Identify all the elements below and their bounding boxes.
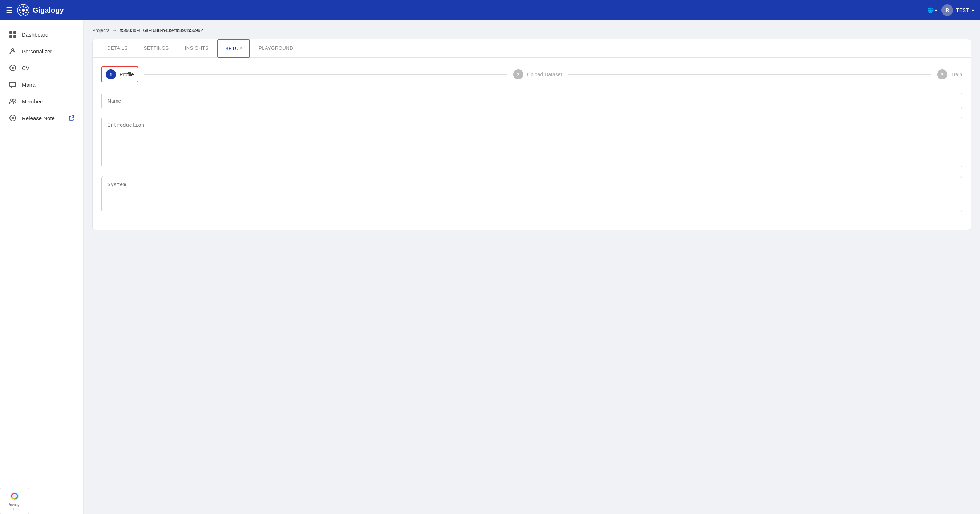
sidebar-item-dashboard[interactable]: Dashboard: [0, 26, 83, 43]
svg-point-7: [25, 12, 27, 13]
svg-point-5: [26, 10, 28, 11]
step-3-circle: 3: [937, 69, 947, 79]
svg-rect-10: [10, 31, 12, 34]
language-chevron: [935, 7, 937, 13]
privacy-footer: Privacy · Terms: [0, 488, 29, 514]
cv-icon: [9, 64, 17, 72]
recaptcha-icon: [10, 491, 20, 501]
sidebar-release-note-label: Release Note: [22, 115, 55, 121]
user-name: TEST: [956, 7, 969, 13]
logo-icon: [17, 4, 30, 17]
sidebar-personalizer-label: Personalizer: [22, 48, 52, 54]
brand-logo: Gigalogy: [17, 4, 928, 17]
steps-row: 1 Profile 2 Upload Dataset 3 Train: [101, 67, 962, 82]
step-1-label: Profile: [119, 71, 134, 77]
sidebar-maira-label: Maira: [22, 82, 36, 88]
members-icon: [9, 97, 17, 105]
main-card: DETAILS SETTINGS INSIGHTS SETUP PLAYGROU…: [92, 39, 971, 230]
step-2-label: Upload Dataset: [527, 71, 562, 77]
brand-name: Gigalogy: [33, 6, 64, 14]
privacy-terms-text[interactable]: Privacy · Terms: [5, 503, 24, 511]
dashboard-icon: [9, 30, 17, 38]
svg-point-16: [12, 67, 14, 69]
svg-rect-12: [10, 35, 12, 38]
sidebar-item-maira[interactable]: Maira: [0, 76, 83, 93]
name-input[interactable]: [101, 92, 962, 109]
step-1-wrapper[interactable]: 1 Profile: [101, 67, 138, 82]
navbar: ☰ Gigalogy 🌐 R TEST: [0, 0, 980, 20]
svg-point-3: [22, 13, 24, 15]
system-textarea[interactable]: [101, 176, 962, 213]
svg-point-4: [19, 10, 21, 11]
sidebar-cv-label: CV: [22, 65, 29, 71]
tab-settings[interactable]: SETTINGS: [137, 40, 176, 57]
svg-point-8: [25, 7, 27, 8]
sidebar-dashboard-label: Dashboard: [22, 32, 48, 38]
user-menu[interactable]: R TEST: [942, 4, 974, 16]
step-connector-1: [144, 75, 508, 75]
svg-point-1: [22, 9, 25, 12]
external-link-icon: [68, 115, 75, 121]
sidebar-item-cv[interactable]: CV: [0, 60, 83, 76]
maira-icon: [9, 81, 17, 89]
hamburger-menu[interactable]: ☰: [6, 6, 12, 14]
tab-playground[interactable]: PLAYGROUND: [251, 40, 301, 57]
personalizer-icon: [9, 47, 17, 55]
svg-point-6: [20, 7, 21, 8]
system-field-group: [101, 176, 962, 214]
step-1-circle: 1: [106, 69, 116, 79]
step-3[interactable]: 3 Train: [937, 69, 962, 79]
svg-point-9: [20, 12, 21, 13]
breadcrumb-project-id: ff5f933d-416a-4688-b439-ffb892b56992: [119, 28, 203, 33]
step-2[interactable]: 2 Upload Dataset: [513, 69, 562, 79]
breadcrumb-arrow: →: [112, 28, 116, 33]
breadcrumb: Projects → ff5f933d-416a-4688-b439-ffb89…: [92, 28, 971, 33]
release-note-icon: [9, 114, 17, 122]
globe-icon: 🌐: [928, 7, 934, 13]
introduction-textarea[interactable]: [101, 116, 962, 167]
main-content: Projects → ff5f933d-416a-4688-b439-ffb89…: [84, 20, 980, 514]
sidebar-item-members[interactable]: Members: [0, 93, 83, 109]
sidebar-item-personalizer[interactable]: Personalizer: [0, 43, 83, 60]
setup-content: 1 Profile 2 Upload Dataset 3 Train: [92, 58, 971, 230]
svg-point-14: [12, 49, 14, 51]
user-chevron: [972, 7, 974, 13]
layout: Dashboard Personalizer CV: [0, 0, 980, 514]
svg-point-18: [13, 99, 15, 101]
breadcrumb-projects[interactable]: Projects: [92, 28, 109, 33]
tab-insights[interactable]: INSIGHTS: [178, 40, 216, 57]
name-field-group: [101, 92, 962, 109]
language-selector[interactable]: 🌐: [928, 7, 937, 13]
svg-point-2: [22, 6, 24, 8]
svg-rect-13: [13, 35, 16, 38]
svg-point-17: [11, 99, 13, 101]
svg-rect-11: [13, 31, 16, 34]
step-connector-2: [568, 75, 931, 75]
step-2-circle: 2: [513, 69, 523, 79]
tab-details[interactable]: DETAILS: [100, 40, 135, 57]
introduction-field-group: [101, 116, 962, 169]
sidebar-members-label: Members: [22, 98, 45, 105]
step-3-label: Train: [951, 71, 962, 77]
tabs-bar: DETAILS SETTINGS INSIGHTS SETUP PLAYGROU…: [92, 39, 971, 58]
sidebar-item-release-note[interactable]: Release Note: [0, 109, 83, 126]
tab-setup[interactable]: SETUP: [217, 39, 250, 58]
user-avatar: R: [942, 4, 953, 16]
sidebar: Dashboard Personalizer CV: [0, 20, 84, 514]
navbar-right: 🌐 R TEST: [928, 4, 974, 16]
